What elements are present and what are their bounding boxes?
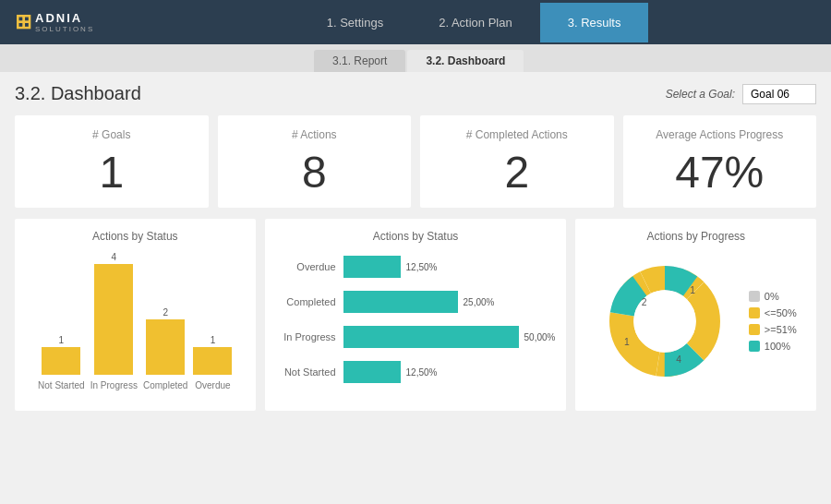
hbar-overdue-label: Overdue	[276, 261, 336, 272]
main-content: 3.2. Dashboard Select a Goal: # Goals 1 …	[0, 72, 831, 422]
bar-not-started: 1 Not Started	[38, 335, 85, 390]
goal-input[interactable]	[742, 84, 816, 104]
hbar-overdue-track: 12,50%	[343, 256, 556, 278]
bar-not-started-label: Not Started	[38, 380, 85, 390]
hbar-completed-track: 25,00%	[343, 291, 556, 313]
legend-ge51pct: >=51%	[749, 324, 797, 335]
hbar-notstarted-pct: 12,50%	[406, 367, 438, 378]
donut-label-1b: 1	[624, 337, 630, 347]
kpi-completed-label: # Completed Actions	[431, 128, 603, 141]
legend-le50pct: <=50%	[749, 307, 797, 318]
hbar-inprogress: In Progress 50,00%	[276, 326, 556, 348]
hbar-notstarted-track: 12,50%	[343, 361, 556, 383]
title-row: 3.2. Dashboard Select a Goal:	[15, 83, 816, 104]
donut-container: 1 2 1 4 0% <=50% >=51%	[586, 252, 805, 390]
hbar-inprogress-label: In Progress	[276, 331, 336, 342]
hbar-notstarted-fill	[343, 361, 401, 383]
bar-chart-card: Actions by Status 1 Not Started 4 In Pro…	[15, 219, 256, 411]
hbar-completed-label: Completed	[276, 296, 336, 307]
sub-tabs: 3.1. Report 3.2. Dashboard	[0, 44, 831, 72]
kpi-completed: # Completed Actions 2	[420, 115, 614, 208]
kpi-avg-progress: Average Actions Progress 47%	[623, 115, 817, 208]
bar-not-started-bar	[42, 347, 80, 375]
legend-dot-le50pct	[749, 307, 760, 318]
goal-selector: Select a Goal:	[666, 84, 816, 104]
kpi-avg-value: 47%	[634, 150, 806, 195]
logo-icon: ⊞	[15, 10, 30, 34]
donut-legend: 0% <=50% >=51% 100%	[749, 291, 797, 352]
nav-tab-actionplan[interactable]: 2. Action Plan	[411, 3, 540, 42]
bar-in-progress-top: 4	[112, 252, 117, 262]
header: ⊞ ADNIA SOLUTIONS 1. Settings 2. Action …	[0, 0, 831, 44]
bar-in-progress-label: In Progress	[90, 380, 138, 390]
hbar-chart-title: Actions by Status	[276, 230, 556, 243]
goal-label: Select a Goal:	[666, 88, 735, 101]
donut-label-4: 4	[676, 354, 681, 365]
bar-in-progress-bar	[94, 264, 133, 375]
kpi-actions-label: # Actions	[229, 128, 401, 141]
kpi-actions-value: 8	[229, 150, 401, 195]
legend-dot-100pct	[749, 341, 760, 352]
bar-in-progress: 4 In Progress	[90, 252, 138, 390]
bar-overdue-bar	[193, 347, 232, 375]
chart-row: Actions by Status 1 Not Started 4 In Pro…	[15, 219, 816, 411]
hbar-inprogress-fill	[343, 326, 519, 348]
kpi-goals: # Goals 1	[15, 115, 209, 208]
logo-text: ADNIA SOLUTIONS	[35, 11, 94, 33]
brand-sub: SOLUTIONS	[35, 25, 94, 33]
sub-tab-report[interactable]: 3.1. Report	[314, 50, 405, 72]
legend-label-ge51pct: >=51%	[765, 324, 797, 335]
legend-dot-ge51pct	[749, 324, 760, 335]
sub-tab-dashboard[interactable]: 3.2. Dashboard	[407, 50, 524, 72]
bar-chart: 1 Not Started 4 In Progress 2 Completed …	[26, 252, 245, 390]
bar-completed-bar	[146, 319, 185, 375]
bar-chart-title: Actions by Status	[26, 230, 245, 243]
bar-overdue-top: 1	[211, 335, 216, 345]
legend-0pct: 0%	[749, 291, 797, 302]
hbar-overdue-pct: 12,50%	[406, 262, 438, 272]
legend-label-le50pct: <=50%	[765, 307, 797, 318]
bar-overdue-label: Overdue	[195, 380, 230, 390]
hbar-notstarted-label: Not Started	[276, 366, 336, 378]
nav-tabs: 1. Settings 2. Action Plan 3. Results	[131, 3, 816, 42]
kpi-actions: # Actions 8	[218, 115, 412, 208]
bar-completed-label: Completed	[143, 380, 187, 390]
hbar-completed-pct: 25,00%	[464, 297, 495, 307]
legend-dot-0pct	[749, 291, 760, 302]
donut-label-1a: 1	[690, 285, 695, 295]
kpi-avg-label: Average Actions Progress	[634, 128, 806, 141]
bar-completed-top: 2	[163, 307, 168, 318]
bar-overdue: 1 Overdue	[193, 335, 232, 390]
kpi-completed-value: 2	[431, 150, 603, 195]
hbar-chart-card: Actions by Status Overdue 12,50% Complet…	[265, 219, 567, 411]
hbar-overdue: Overdue 12,50%	[276, 256, 556, 278]
kpi-goals-label: # Goals	[26, 128, 198, 141]
donut-svg: 1 2 1 4	[596, 252, 734, 390]
kpi-goals-value: 1	[26, 150, 198, 195]
nav-tab-results[interactable]: 3. Results	[540, 3, 649, 42]
page-title: 3.2. Dashboard	[15, 83, 141, 104]
hbar-notstarted: Not Started 12,50%	[276, 361, 556, 383]
legend-label-0pct: 0%	[765, 291, 779, 302]
brand-name: ADNIA	[35, 11, 94, 25]
hbar-chart: Overdue 12,50% Completed 25,00% In Progr…	[276, 252, 556, 400]
hbar-inprogress-pct: 50,00%	[524, 332, 556, 342]
legend-100pct: 100%	[749, 341, 797, 352]
bar-completed: 2 Completed	[143, 307, 187, 390]
donut-chart-card: Actions by Progress 1 2	[575, 219, 816, 411]
hbar-overdue-fill	[343, 256, 401, 278]
hbar-inprogress-track: 50,00%	[343, 326, 556, 348]
hbar-completed: Completed 25,00%	[276, 291, 556, 313]
hbar-completed-fill	[343, 291, 458, 313]
nav-tab-settings[interactable]: 1. Settings	[299, 3, 411, 42]
logo: ⊞ ADNIA SOLUTIONS	[15, 10, 94, 34]
donut-chart-title: Actions by Progress	[586, 230, 805, 243]
bar-not-started-top: 1	[59, 335, 65, 345]
kpi-row: # Goals 1 # Actions 8 # Completed Action…	[15, 115, 816, 208]
legend-label-100pct: 100%	[765, 341, 790, 352]
donut-label-2: 2	[641, 297, 646, 307]
